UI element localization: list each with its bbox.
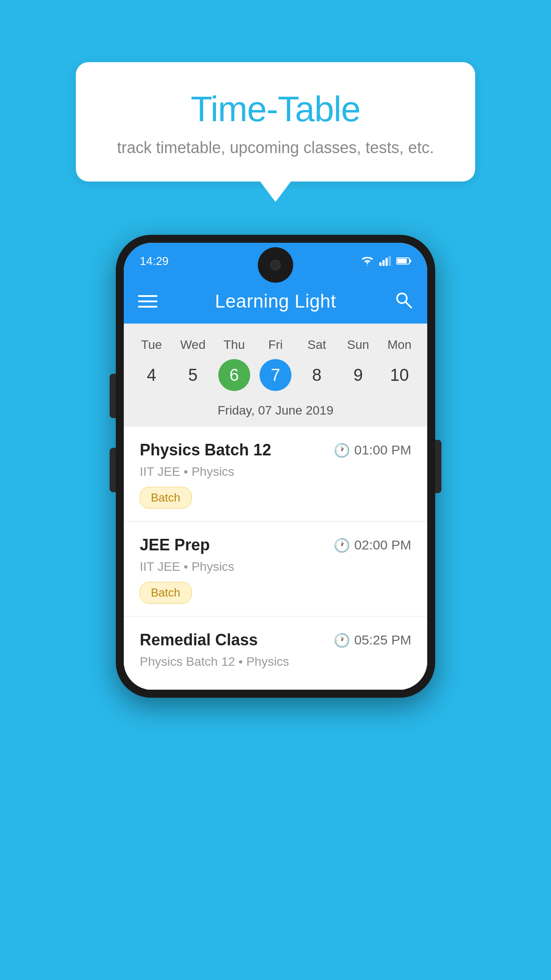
schedule-item-3[interactable]: Remedial Class 🕐 05:25 PM Physics Batch …: [124, 616, 427, 690]
speech-bubble: Time-Table track timetable, upcoming cla…: [76, 62, 475, 182]
schedule-list: Physics Batch 12 🕐 01:00 PM IIT JEE • Ph…: [124, 427, 427, 690]
batch-badge-2: Batch: [140, 582, 192, 604]
day-tue: Tue: [131, 334, 172, 356]
camera: [270, 260, 281, 270]
schedule-item-2[interactable]: JEE Prep 🕐 02:00 PM IIT JEE • Physics Ba…: [124, 522, 427, 616]
day-fri: Fri: [255, 334, 296, 356]
day-sat: Sat: [296, 334, 338, 356]
status-time: 14:29: [140, 254, 169, 268]
schedule-meta-2: IIT JEE • Physics: [140, 560, 411, 574]
day-thu: Thu: [213, 334, 255, 356]
schedule-time-value-2: 02:00 PM: [354, 537, 411, 553]
svg-rect-3: [389, 256, 391, 266]
schedule-time-2: 🕐 02:00 PM: [334, 537, 411, 553]
date-6-today[interactable]: 6: [218, 359, 250, 391]
day-sun: Sun: [338, 334, 379, 356]
date-9[interactable]: 9: [338, 359, 379, 391]
volume-down-button[interactable]: [110, 448, 116, 492]
bubble-subtitle: track timetable, upcoming classes, tests…: [102, 138, 449, 157]
volume-up-button[interactable]: [110, 374, 116, 418]
status-bar: 14:29: [124, 243, 427, 279]
schedule-title-3: Remedial Class: [140, 631, 258, 649]
app-title: Learning Light: [215, 291, 336, 312]
clock-icon-2: 🕐: [334, 537, 350, 553]
schedule-item-2-header: JEE Prep 🕐 02:00 PM: [140, 536, 411, 554]
svg-rect-0: [379, 262, 382, 266]
svg-rect-2: [386, 258, 388, 266]
schedule-item-3-header: Remedial Class 🕐 05:25 PM: [140, 631, 411, 649]
status-icons: [361, 256, 411, 266]
svg-line-8: [405, 302, 411, 308]
schedule-time-3: 🕐 05:25 PM: [334, 632, 411, 648]
batch-badge-1: Batch: [140, 487, 192, 509]
clock-icon-3: 🕐: [334, 632, 350, 648]
svg-rect-1: [382, 260, 385, 266]
svg-rect-5: [409, 260, 411, 262]
schedule-title-1: Physics Batch 12: [140, 441, 271, 459]
date-8[interactable]: 8: [296, 359, 338, 391]
clock-icon-1: 🕐: [334, 443, 350, 458]
menu-button[interactable]: [138, 295, 157, 308]
date-10[interactable]: 10: [379, 359, 420, 391]
day-numbers: 4 5 6 7 8 9 10: [124, 356, 427, 398]
app-header: Learning Light: [124, 279, 427, 324]
schedule-item-1[interactable]: Physics Batch 12 🕐 01:00 PM IIT JEE • Ph…: [124, 427, 427, 522]
search-button[interactable]: [394, 290, 413, 313]
schedule-time-1: 🕐 01:00 PM: [334, 443, 411, 458]
bubble-title: Time-Table: [102, 89, 449, 130]
day-mon: Mon: [379, 334, 420, 356]
schedule-item-1-header: Physics Batch 12 🕐 01:00 PM: [140, 441, 411, 459]
signal-icon: [379, 256, 391, 266]
date-5[interactable]: 5: [172, 359, 213, 391]
wifi-icon: [361, 256, 374, 266]
power-button[interactable]: [435, 440, 441, 493]
phone-mockup: 14:29: [116, 235, 435, 698]
date-7-selected[interactable]: 7: [260, 359, 291, 391]
schedule-meta-1: IIT JEE • Physics: [140, 465, 411, 479]
phone-screen: 14:29: [124, 243, 427, 690]
notch: [258, 247, 293, 283]
schedule-meta-3: Physics Batch 12 • Physics: [140, 655, 411, 669]
svg-rect-6: [397, 259, 407, 263]
speech-bubble-area: Time-Table track timetable, upcoming cla…: [0, 0, 551, 182]
day-wed: Wed: [172, 334, 213, 356]
date-4[interactable]: 4: [131, 359, 172, 391]
selected-date-label: Friday, 07 June 2019: [124, 398, 427, 427]
schedule-time-value-3: 05:25 PM: [354, 632, 411, 648]
calendar-section: Tue Wed Thu Fri Sat Sun Mon 4 5 6 7 8 9 …: [124, 324, 427, 427]
schedule-title-2: JEE Prep: [140, 536, 210, 554]
phone-outer: 14:29: [116, 235, 435, 698]
battery-icon: [396, 257, 411, 265]
day-headers: Tue Wed Thu Fri Sat Sun Mon: [124, 334, 427, 356]
schedule-time-value-1: 01:00 PM: [354, 443, 411, 458]
